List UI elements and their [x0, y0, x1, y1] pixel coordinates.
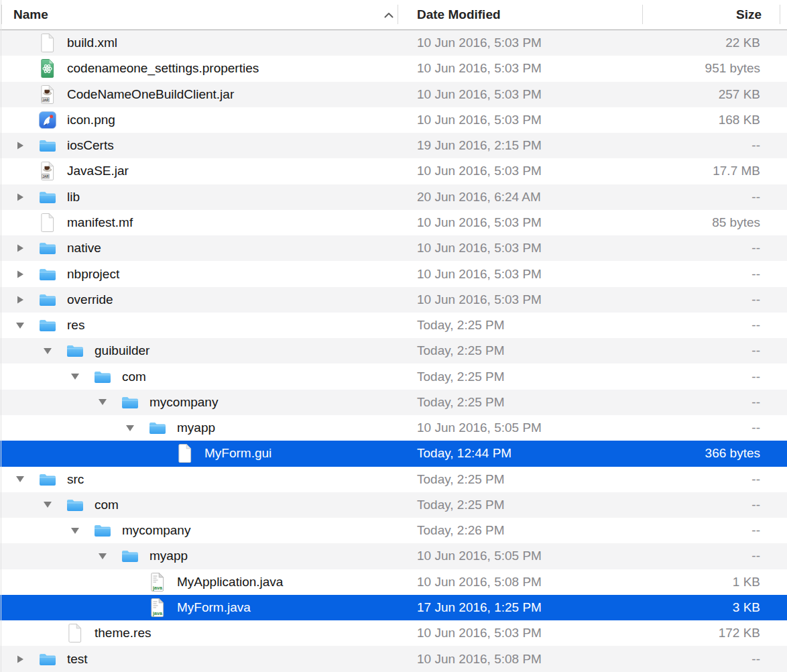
file-row-MyForm.java[interactable]: java MyForm.java 17 Jun 2016, 1:25 PM 3 …	[0, 595, 787, 620]
file-size: --	[626, 498, 787, 512]
file-row-theme.res[interactable]: theme.res 10 Jun 2016, 5:03 PM 172 KB	[0, 620, 787, 646]
date-modified: Today, 2:26 PM	[417, 523, 626, 538]
name-cell: MyForm.gui	[0, 443, 417, 464]
disclosure-triangle-expanded[interactable]	[63, 373, 87, 380]
column-divider	[1, 5, 2, 24]
disclosure-triangle-expanded[interactable]	[36, 347, 60, 355]
name-cell: icon.png	[0, 109, 417, 131]
file-name: res	[67, 318, 84, 333]
name-cell: com	[0, 494, 417, 516]
file-name: build.xml	[67, 36, 117, 50]
file-row-native[interactable]: native 10 Jun 2016, 5:03 PM --	[0, 235, 787, 261]
file-name: MyForm.java	[177, 600, 251, 615]
file-size: --	[626, 472, 787, 487]
folder-icon	[93, 520, 113, 541]
file-row-MyForm.gui[interactable]: MyForm.gui Today, 12:44 PM 366 bytes	[0, 441, 787, 466]
file-row-build.xml[interactable]: build.xml 10 Jun 2016, 5:03 PM 22 KB	[0, 30, 787, 56]
file-row-icon.png[interactable]: icon.png 10 Jun 2016, 5:03 PM 168 KB	[0, 107, 787, 133]
column-divider	[398, 5, 398, 24]
file-name: myapp	[149, 549, 188, 563]
date-modified: Today, 2:25 PM	[417, 343, 626, 358]
file-name: CodeNameOneBuildClient.jar	[67, 87, 234, 102]
name-cell: iosCerts	[0, 135, 417, 156]
date-modified: 10 Jun 2016, 5:03 PM	[417, 267, 626, 282]
file-name: com	[122, 370, 146, 384]
disclosure-triangle-expanded[interactable]	[118, 425, 142, 432]
name-cell: mycompany	[0, 520, 417, 541]
name-cell: guibuilder	[0, 340, 417, 361]
file-size: --	[626, 370, 787, 384]
folder-icon	[38, 649, 58, 670]
file-row-res[interactable]: res Today, 2:25 PM --	[0, 313, 787, 338]
folder-icon	[38, 135, 58, 156]
file-row-iosCerts[interactable]: iosCerts 19 Jun 2016, 2:15 PM --	[0, 133, 787, 158]
disclosure-triangle-collapsed[interactable]	[8, 295, 32, 304]
file-name: myapp	[177, 421, 215, 435]
disclosure-triangle-expanded[interactable]	[8, 475, 32, 483]
file-row-nbproject[interactable]: nbproject 10 Jun 2016, 5:03 PM --	[0, 261, 787, 286]
date-modified: Today, 2:25 PM	[417, 370, 626, 384]
column-header-date-modified[interactable]: Date Modified	[417, 7, 626, 22]
file-size: 168 KB	[626, 113, 787, 127]
name-cell: override	[0, 289, 417, 311]
file-size: 257 KB	[626, 87, 787, 102]
name-cell: theme.res	[0, 622, 417, 644]
file-row-myapp[interactable]: myapp 10 Jun 2016, 5:05 PM --	[0, 415, 787, 441]
column-header-size[interactable]: Size	[626, 7, 787, 22]
folder-icon	[65, 340, 85, 361]
date-column-label: Date Modified	[417, 7, 501, 21]
file-row-com[interactable]: com Today, 2:25 PM --	[0, 363, 787, 389]
file-row-override[interactable]: override 10 Jun 2016, 5:03 PM --	[0, 287, 787, 313]
disclosure-triangle-expanded[interactable]	[36, 501, 60, 508]
file-list: build.xml 10 Jun 2016, 5:03 PM 22 KB cod…	[0, 30, 787, 672]
date-modified: 10 Jun 2016, 5:03 PM	[417, 215, 626, 230]
file-size: --	[626, 138, 787, 153]
name-cell: java MyApplication.java	[0, 571, 417, 593]
date-modified: 10 Jun 2016, 5:03 PM	[417, 113, 626, 127]
name-cell: test	[0, 649, 417, 670]
disclosure-triangle-collapsed[interactable]	[8, 243, 32, 253]
disclosure-triangle-collapsed[interactable]	[8, 270, 32, 279]
file-name: iosCerts	[67, 138, 114, 153]
file-row-guibuilder[interactable]: guibuilder Today, 2:25 PM --	[0, 338, 787, 363]
file-name: manifest.mf	[67, 215, 133, 230]
disclosure-triangle-collapsed[interactable]	[8, 141, 32, 150]
disclosure-triangle-expanded[interactable]	[8, 322, 32, 329]
disclosure-triangle-collapsed[interactable]	[8, 192, 32, 202]
column-header-name[interactable]: Name	[0, 7, 417, 22]
file-size: 951 bytes	[626, 61, 787, 76]
file-row-mycompany[interactable]: mycompany Today, 2:26 PM --	[0, 518, 787, 543]
folder-icon	[38, 469, 58, 490]
folder-icon	[38, 237, 58, 259]
disclosure-triangle-expanded[interactable]	[90, 553, 115, 560]
column-divider	[780, 5, 780, 24]
disclosure-triangle-collapsed[interactable]	[8, 655, 32, 664]
file-row-codenameone_settings.properties[interactable]: codenameone_settings.properties 10 Jun 2…	[0, 56, 787, 81]
file-size: --	[626, 421, 787, 435]
folder-icon	[120, 545, 140, 567]
file-row-src[interactable]: src Today, 2:25 PM --	[0, 467, 787, 492]
file-row-MyApplication.java[interactable]: java MyApplication.java 10 Jun 2016, 5:0…	[0, 569, 787, 595]
file-row-manifest.mf[interactable]: manifest.mf 10 Jun 2016, 5:03 PM 85 byte…	[0, 210, 787, 235]
disclosure-triangle-expanded[interactable]	[90, 398, 115, 406]
file-row-JavaSE.jar[interactable]: JAR JavaSE.jar 10 Jun 2016, 5:03 PM 17.7…	[0, 158, 787, 184]
name-cell: JAR CodeNameOneBuildClient.jar	[0, 84, 417, 105]
name-cell: myapp	[0, 417, 417, 439]
file-row-myapp[interactable]: myapp 10 Jun 2016, 5:05 PM --	[0, 543, 787, 569]
file-name: test	[67, 652, 88, 667]
file-row-lib[interactable]: lib 20 Jun 2016, 6:24 AM --	[0, 184, 787, 210]
date-modified: 10 Jun 2016, 5:08 PM	[417, 652, 626, 667]
folder-icon	[93, 366, 113, 388]
name-cell: res	[0, 315, 417, 336]
name-cell: nbproject	[0, 264, 417, 285]
folder-icon	[38, 186, 58, 208]
file-name: override	[67, 292, 113, 307]
file-row-mycompany[interactable]: mycompany Today, 2:25 PM --	[0, 390, 787, 415]
file-size: --	[626, 292, 787, 307]
file-row-test[interactable]: test 10 Jun 2016, 5:08 PM --	[0, 646, 787, 671]
file-row-com[interactable]: com Today, 2:25 PM --	[0, 492, 787, 518]
file-row-CodeNameOneBuildClient.jar[interactable]: JAR CodeNameOneBuildClient.jar 10 Jun 20…	[0, 82, 787, 107]
disclosure-triangle-expanded[interactable]	[63, 527, 87, 535]
name-cell: manifest.mf	[0, 212, 417, 233]
date-modified: Today, 2:25 PM	[417, 472, 626, 487]
